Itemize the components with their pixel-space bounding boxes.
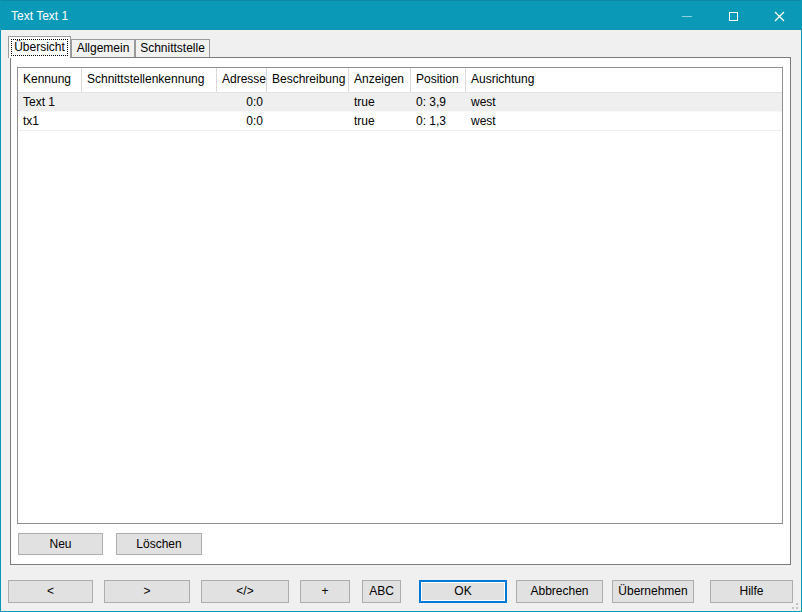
table-row[interactable]: tx1 0:0 true 0: 1,3 west — [18, 112, 782, 131]
cell-ausrichtung: west — [466, 93, 782, 111]
cell-beschreibung — [267, 93, 349, 111]
cell-anzeigen: true — [349, 93, 411, 111]
delete-button[interactable]: Löschen — [116, 533, 202, 555]
code-button[interactable]: </> — [201, 580, 289, 603]
cell-position: 0: 1,3 — [411, 112, 466, 130]
minimize-button[interactable] — [664, 1, 710, 31]
cell-kennung: tx1 — [18, 112, 82, 130]
tab-content-panel: Kennung Schnittstellenkennung Adresse Be… — [10, 57, 791, 565]
new-button[interactable]: Neu — [18, 533, 103, 555]
window-title: Text Text 1 — [11, 1, 68, 31]
column-header-beschreibung[interactable]: Beschreibung — [267, 68, 349, 92]
column-header-anzeigen[interactable]: Anzeigen — [349, 68, 411, 92]
tab-schnittstelle[interactable]: Schnittstelle — [135, 39, 210, 58]
dialog-window: Text Text 1 Übersicht Allgemein Schnitts… — [0, 0, 802, 612]
cell-beschreibung — [267, 112, 349, 130]
close-icon — [774, 11, 785, 22]
next-button[interactable]: > — [104, 580, 190, 603]
apply-button[interactable]: Übernehmen — [612, 580, 694, 603]
column-header-kennung[interactable]: Kennung — [18, 68, 82, 92]
ok-button[interactable]: OK — [419, 580, 507, 603]
maximize-button[interactable] — [710, 1, 756, 31]
table-row[interactable]: Text 1 0:0 true 0: 3,9 west — [18, 93, 782, 112]
cell-adresse: 0:0 — [217, 112, 267, 130]
cancel-button[interactable]: Abbrechen — [516, 580, 603, 603]
resize-grip-icon[interactable] — [789, 600, 798, 609]
add-button[interactable]: + — [300, 580, 350, 603]
minimize-icon — [682, 16, 692, 17]
abc-button[interactable]: ABC — [362, 580, 401, 603]
column-header-ausrichtung[interactable]: Ausrichtung — [466, 68, 782, 92]
cell-position: 0: 3,9 — [411, 93, 466, 111]
help-button[interactable]: Hilfe — [710, 580, 793, 603]
cell-anzeigen: true — [349, 112, 411, 130]
cell-adresse: 0:0 — [217, 93, 267, 111]
prev-button[interactable]: < — [8, 580, 93, 603]
elements-table: Kennung Schnittstellenkennung Adresse Be… — [17, 67, 783, 524]
cell-schnittstellenkennung — [82, 112, 217, 130]
maximize-icon — [729, 12, 738, 21]
cell-kennung: Text 1 — [18, 93, 82, 111]
tab-uebersicht[interactable]: Übersicht — [8, 36, 71, 58]
cell-ausrichtung: west — [466, 112, 782, 130]
column-header-position[interactable]: Position — [411, 68, 466, 92]
column-header-adresse[interactable]: Adresse — [217, 68, 267, 92]
table-header-row: Kennung Schnittstellenkennung Adresse Be… — [18, 68, 782, 93]
column-header-schnittstellenkennung[interactable]: Schnittstellenkennung — [82, 68, 217, 92]
titlebar[interactable]: Text Text 1 — [0, 0, 802, 30]
cell-schnittstellenkennung — [82, 93, 217, 111]
close-button[interactable] — [756, 1, 802, 31]
tab-allgemein[interactable]: Allgemein — [71, 39, 135, 58]
